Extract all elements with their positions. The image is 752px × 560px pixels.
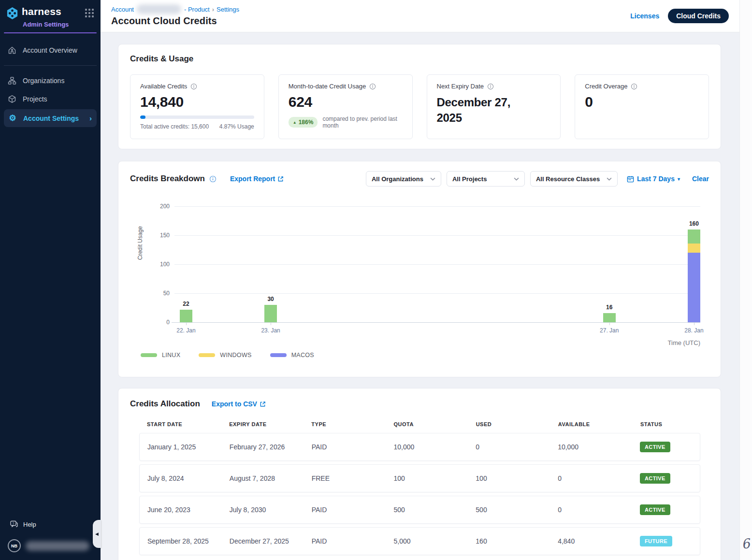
caret-down-icon: ▾: [678, 176, 680, 182]
organizations-filter[interactable]: All Organizations: [366, 171, 441, 187]
legend-item-windows[interactable]: WINDOWS: [199, 352, 251, 359]
bar-value-label: 160: [680, 220, 709, 227]
external-link-icon: [277, 176, 284, 182]
scrollbar-gutter[interactable]: [739, 0, 752, 560]
y-tick: 200: [150, 203, 170, 210]
chevron-right-icon: ›: [89, 114, 92, 122]
admin-settings-label: Admin Settings: [23, 21, 101, 28]
app-switcher-icon[interactable]: [85, 9, 94, 17]
bar-value-label: 22: [172, 301, 201, 307]
home-icon: [8, 46, 16, 55]
avatar[interactable]: NB: [8, 539, 21, 552]
allocation-table: START DATE EXPIRY DATE TYPE QUOTA USED A…: [139, 421, 700, 555]
projects-filter[interactable]: All Projects: [447, 171, 525, 187]
credits-allocation-title: Credits Allocation: [130, 399, 200, 409]
cloud-credits-button[interactable]: Cloud Credits: [668, 9, 729, 23]
table-row[interactable]: September 28, 2025 December 27, 2025 PAI…: [139, 527, 700, 555]
table-row[interactable]: January 1, 2025 February 27, 2026 PAID 1…: [139, 433, 700, 461]
col-header: TYPE: [304, 421, 386, 427]
credits-breakdown-chart: Credit Usage 200 150 100 50 0 2222. Jan3…: [130, 203, 709, 348]
breadcrumb-account-link[interactable]: Account: [111, 6, 134, 13]
clear-filters-link[interactable]: Clear: [692, 175, 709, 183]
table-header-row: START DATE EXPIRY DATE TYPE QUOTA USED A…: [139, 421, 700, 433]
sidebar-item-organizations[interactable]: Organizations: [0, 72, 101, 90]
credit-overage-card: Credit Overage 0: [575, 74, 709, 139]
info-icon[interactable]: [209, 175, 217, 183]
triangle-up-icon: ▲: [293, 120, 297, 125]
info-icon[interactable]: [487, 83, 494, 90]
help-button[interactable]: ? Help: [0, 515, 101, 533]
sidebar-divider: [4, 65, 97, 66]
table-row[interactable]: July 8, 2024 August 7, 2028 FREE 100 100…: [139, 464, 700, 492]
external-link-icon: [260, 401, 266, 407]
chart-bar-28-jan[interactable]: 16028. Jan: [688, 230, 700, 322]
chart-bar-27-jan[interactable]: 1627. Jan: [603, 313, 616, 322]
date-range-filter[interactable]: Last 7 Days ▾: [627, 175, 680, 183]
col-header: STATUS: [633, 421, 700, 427]
sidebar-accent-rule: [4, 32, 97, 33]
status-badge: FUTURE: [640, 536, 672, 546]
x-axis-title: Time (UTC): [668, 339, 700, 346]
trend-badge: ▲186%: [289, 117, 318, 128]
export-report-link[interactable]: Export Report: [230, 175, 284, 183]
y-tick: 100: [150, 261, 170, 268]
stat-label: Next Expiry Date: [437, 83, 484, 90]
x-tick-label: 28. Jan: [675, 327, 713, 334]
windows-swatch: [199, 353, 215, 357]
user-name-redacted: [26, 541, 89, 551]
sidebar-item-account-overview[interactable]: Account Overview: [0, 41, 101, 59]
help-chat-icon: ?: [10, 520, 18, 529]
x-tick-label: 27. Jan: [590, 327, 629, 334]
y-tick: 0: [150, 319, 170, 326]
credits-usage-title: Credits & Usage: [130, 54, 709, 64]
info-icon[interactable]: [631, 83, 637, 90]
harness-logo-icon: [6, 7, 19, 20]
status-badge: ACTIVE: [640, 473, 670, 484]
projects-cube-icon: [8, 95, 16, 103]
info-icon[interactable]: [369, 83, 376, 90]
usage-progress-bar: [140, 115, 254, 119]
resource-classes-filter[interactable]: All Resource Classes: [530, 171, 618, 187]
credits-allocation-card: Credits Allocation Export to CSV START D…: [118, 388, 721, 560]
chevron-down-icon: [600, 177, 612, 181]
licenses-link[interactable]: Licenses: [630, 12, 659, 20]
chart-bar-22-jan[interactable]: 2222. Jan: [180, 310, 192, 322]
help-label: Help: [23, 521, 36, 528]
breadcrumb-settings-link[interactable]: Settings: [217, 6, 239, 13]
legend-item-macos[interactable]: MACOS: [270, 352, 314, 359]
linux-swatch: [141, 353, 157, 357]
chevron-down-icon: [507, 177, 519, 181]
calendar-icon: [627, 175, 634, 183]
credits-usage-card: Credits & Usage Available Credits 14,840…: [118, 44, 721, 149]
breadcrumb: Account- Product › Settings: [111, 4, 630, 14]
legend-item-linux[interactable]: LINUX: [141, 352, 180, 359]
stat-label: Credit Overage: [585, 83, 627, 90]
credits-breakdown-card: Credits Breakdown Export Report All Orga…: [118, 161, 721, 377]
col-header: USED: [468, 421, 550, 427]
total-active-credits: Total active credits: 15,600: [140, 123, 209, 130]
usage-progress-fill: [140, 115, 145, 119]
export-csv-link[interactable]: Export to CSV: [212, 400, 266, 408]
page-header: Account- Product › Settings Account Clou…: [101, 0, 752, 32]
mtd-usage-card: Month-to-date Credit Usage 624 ▲186% com…: [278, 74, 413, 139]
gear-icon: ⚙: [8, 114, 17, 122]
sidebar-item-projects[interactable]: Projects: [0, 90, 101, 108]
status-badge: ACTIVE: [640, 442, 670, 452]
info-icon[interactable]: [190, 83, 197, 90]
table-row[interactable]: June 20, 2023 July 8, 2030 PAID 500 500 …: [139, 496, 700, 524]
x-axis-line: [172, 322, 700, 323]
macos-swatch: [270, 353, 287, 357]
sidebar-item-label: Projects: [23, 95, 47, 103]
breadcrumb-product-link[interactable]: - Product: [184, 6, 210, 13]
chart-bar-23-jan[interactable]: 3023. Jan: [264, 305, 277, 322]
y-tick: 150: [150, 232, 170, 239]
usage-percent: 4.87% Usage: [219, 123, 254, 130]
sidebar-item-label: Organizations: [23, 77, 64, 85]
col-header: START DATE: [139, 421, 221, 427]
col-header: EXPIRY DATE: [221, 421, 304, 427]
available-credits-card: Available Credits 14,840 Total active cr…: [130, 74, 264, 139]
status-badge: ACTIVE: [640, 504, 670, 515]
sidebar-collapse-handle[interactable]: ◀: [93, 520, 101, 548]
next-expiry-card: Next Expiry Date December 27, 2025: [427, 74, 561, 139]
sidebar-item-account-settings[interactable]: ⚙ Account Settings ›: [4, 109, 97, 127]
